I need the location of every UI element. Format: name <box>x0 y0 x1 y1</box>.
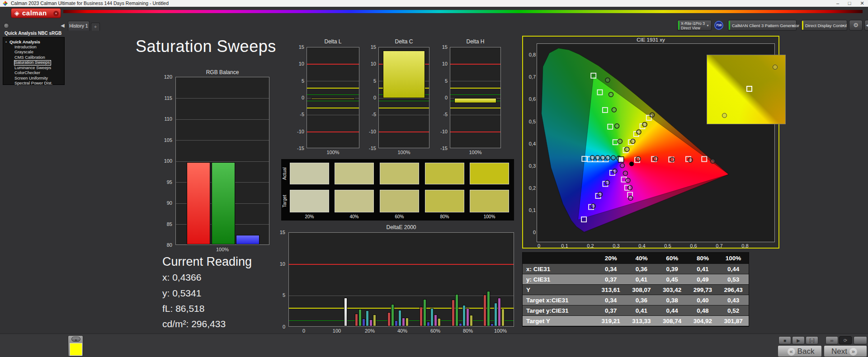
calman-logo-text: calman <box>22 9 47 17</box>
x-tick-label: 0 <box>295 328 313 334</box>
results-table: 20%40%60%80%100%x: CIE310,340,360,390,41… <box>522 252 749 327</box>
continuous-button[interactable]: ∞ <box>826 336 838 344</box>
workspace-dot-button[interactable] <box>4 23 9 28</box>
display-control-dropdown[interactable]: Direct Display Control ▼ <box>801 20 847 31</box>
limit-line-red <box>307 132 359 132</box>
sidebar-item-saturation-sweeps[interactable]: Saturation Sweeps <box>14 60 51 66</box>
swatch-actual-20% <box>290 163 329 184</box>
deltae-bar-60% <box>434 315 437 326</box>
sidebar-item-colorchecker[interactable]: ColorChecker <box>14 70 61 75</box>
y-tick-label: -15 <box>297 146 304 151</box>
loop-button[interactable]: ⟳ <box>839 336 852 344</box>
sidebar-item-introduction[interactable]: Introduction <box>14 45 61 50</box>
table-row: Target y:CIE310,370,410,440,480,52 <box>523 305 749 316</box>
meter-status-bar <box>678 21 679 30</box>
table-row-label: x: CIE31 <box>523 264 595 274</box>
next-button[interactable]: Next» <box>824 345 867 357</box>
table-header-cell: 20% <box>595 253 626 263</box>
tab-history-1[interactable]: History 1 <box>68 21 90 31</box>
settings-button[interactable]: ⚙ <box>849 20 863 31</box>
table-cell: 0,36 <box>626 295 657 305</box>
gridline <box>307 81 359 81</box>
collapse-pattern-bar-button[interactable]: ▲ <box>71 337 80 342</box>
minimize-button[interactable]: – <box>833 0 843 7</box>
gridline <box>289 296 514 296</box>
gridline <box>450 81 500 81</box>
limit-line-red <box>289 264 514 265</box>
table-row-label: Target x:CIE31 <box>523 295 595 305</box>
table-cell: 313,33 <box>626 316 657 326</box>
tab-add-button[interactable]: + <box>91 23 100 31</box>
sidebar-item-grayscale[interactable]: Grayscale <box>14 50 61 55</box>
table-cell: 0,48 <box>688 305 718 315</box>
sidebar-item-spectral-power-dist-[interactable]: Spectral Power Dist. <box>14 81 61 86</box>
x-tick-label: 80% <box>459 328 477 334</box>
deltae-bar-100% <box>494 303 497 326</box>
cie-x-tick-label: 0 <box>531 243 547 249</box>
calman-app-window: Calman 2023 Calman Ultimate for Business… <box>0 0 868 357</box>
pattern-preview-tile[interactable]: ▲ <box>68 335 83 357</box>
pattern-generator-dropdown[interactable]: CalMAN Client 3 Pattern Generator ▼ <box>728 20 797 31</box>
restore-button[interactable]: □ <box>844 0 854 7</box>
measured-circle <box>625 147 629 151</box>
measured-circle <box>613 169 617 174</box>
limit-line-yellow <box>450 88 500 89</box>
meter-dropdown[interactable]: X-Rite i1Pro 3 Direct View ▼ <box>677 20 712 31</box>
extra-button[interactable] <box>854 336 867 344</box>
swatch-column-label: 20% <box>290 214 329 219</box>
back-button[interactable]: «Back <box>778 345 822 357</box>
y-tick-label: 5 <box>373 78 376 84</box>
back-label: Back <box>797 347 815 356</box>
deltae-bar-100% <box>501 309 505 326</box>
display-status-bar <box>802 21 803 30</box>
delta-bar <box>311 98 355 99</box>
play-button[interactable]: ▶ <box>792 336 805 344</box>
deltae-bar-60% <box>420 307 423 326</box>
measured-circle <box>650 113 655 117</box>
limit-line-green <box>379 101 429 101</box>
cie-1931-panel: CIE 1931 xy 00,10,20,30,40,50,60,70,8 00… <box>522 36 779 249</box>
collapse-sidebar-icon[interactable]: ◀ <box>59 22 66 29</box>
sidebar-item-cms-calibration[interactable]: CMS Calibration <box>14 55 61 60</box>
window-titlebar: Calman 2023 Calman Ultimate for Business… <box>0 0 868 7</box>
target-square <box>597 90 602 95</box>
table-cell: 303,42 <box>657 285 688 295</box>
workflow-tree: IntroductionGrayscaleCMS CalibrationSatu… <box>3 45 64 86</box>
sidebar-item-luminance-sweeps[interactable]: Luminance Sweeps <box>14 66 61 70</box>
table-cell: 301,87 <box>718 316 749 326</box>
pattern-preview-swatch <box>70 343 82 356</box>
x-tick-label: 40% <box>393 328 411 334</box>
stop-button[interactable]: ■ <box>778 336 791 344</box>
y-tick-label: -10 <box>369 129 376 134</box>
limit-line-yellow <box>450 108 500 108</box>
inset-target-square <box>746 86 752 92</box>
y-tick-label: 15 <box>442 44 448 50</box>
close-button[interactable]: ✕ <box>857 0 867 7</box>
deltae-title: DeltaE 2000 <box>288 224 514 230</box>
interval-button[interactable]: [–] <box>806 336 818 344</box>
rgb-balance-plot <box>175 77 269 245</box>
rgb-bar-green <box>212 162 235 244</box>
y-tick-label: 95 <box>167 179 172 185</box>
table-cell: 0,41 <box>626 274 657 284</box>
calman-logo-button[interactable]: ◈ calman ▼ <box>11 8 61 18</box>
y-tick-label: 0 <box>283 324 285 329</box>
meter-dropdown-arrow-icon: ▼ <box>706 24 709 27</box>
workflow-root[interactable]: ▴ Quick Analysis <box>3 38 64 45</box>
sidebar-item-screen-uniformity[interactable]: Screen Uniformity <box>14 76 61 81</box>
deltae-bar-40% <box>398 310 401 326</box>
measured-circle <box>628 196 633 200</box>
cie-y-tick-label: 0,8 <box>524 52 536 57</box>
gridline <box>176 140 269 141</box>
deltae-bar-80% <box>470 315 473 326</box>
delta-bar <box>454 98 496 103</box>
current-reading-cdm2: cd/m²: 296,433 <box>162 319 226 329</box>
delta-l-y-axis: 151050-5-10-15 <box>293 47 306 148</box>
table-header-cell: 80% <box>688 253 718 263</box>
swatch-target-40% <box>335 190 374 212</box>
gridline <box>307 115 359 115</box>
collapse-right-panel-button[interactable]: ◀ <box>864 20 868 31</box>
current-reading-fl: fL: 86,518 <box>162 303 204 314</box>
cie-x-tick-label: 0,4 <box>634 243 650 249</box>
swatch-actual-100% <box>470 163 509 184</box>
